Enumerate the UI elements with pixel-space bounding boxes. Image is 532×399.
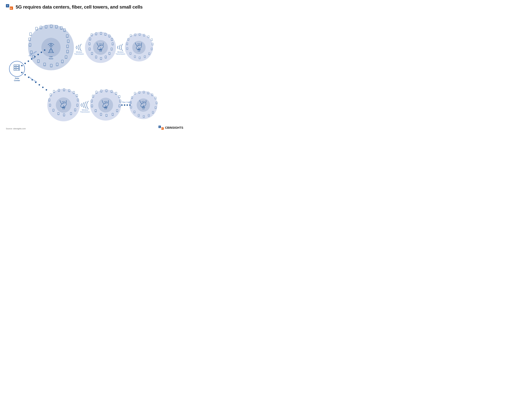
diagram: Cell Tower: [0, 11, 189, 133]
small-cell-label-bot3: Small: [142, 106, 145, 108]
svg-text:B: B: [10, 7, 12, 9]
svg-point-240: [31, 58, 32, 60]
small-cell-label-bot1b: Cell: [62, 108, 65, 109]
svg-point-255: [127, 104, 128, 106]
svg-point-237: [21, 65, 23, 66]
svg-point-231: [19, 67, 19, 68]
fiber-cable-bot-dots: [121, 104, 131, 106]
small-cell-label-bot3b: Cell: [142, 108, 145, 109]
svg-point-243: [41, 51, 42, 53]
svg-point-246: [24, 74, 26, 76]
svg-point-241: [34, 56, 36, 57]
svg-rect-101: [151, 38, 152, 41]
fiber-cable-label-lower: Fiber Cable: [29, 76, 37, 83]
cell-tower-label-2: Tower: [49, 58, 53, 60]
cb-insights-logo: C B CBINSIGHTS: [158, 126, 183, 130]
cell-tower-label: Cell: [50, 56, 52, 58]
svg-point-238: [24, 63, 26, 64]
data-center-label-2: Center: [14, 79, 20, 82]
wireless-top1-icons: [76, 44, 81, 51]
wireless-label-bot1-line2: Transmission: [80, 111, 90, 113]
svg-point-239: [28, 60, 29, 62]
wireless-top2-icons: [117, 44, 123, 51]
cbi-brand-text: CBINSIGHTS: [165, 126, 183, 129]
small-cell-label-top1b: Cell: [99, 50, 102, 52]
small-cell-label-top1: Small: [99, 49, 102, 50]
svg-point-242: [37, 54, 39, 55]
cell-tower-inner-circle: [41, 38, 61, 57]
source-text: Source: cbinsights.com: [6, 127, 26, 130]
small-cell-label-bot2b: Cell: [104, 108, 107, 109]
svg-point-251: [42, 87, 44, 88]
svg-point-229: [19, 65, 19, 66]
cb-logo-icon: C B: [6, 4, 13, 10]
svg-point-250: [38, 84, 40, 86]
svg-text:C: C: [7, 5, 8, 7]
svg-point-256: [129, 104, 131, 106]
header: C B 5G requires data centers, fiber, cel…: [0, 0, 189, 11]
diagram-svg: Cell Tower: [0, 11, 189, 137]
page-title: 5G requires data centers, fiber, cell to…: [16, 4, 143, 10]
svg-point-254: [124, 104, 125, 106]
fiber-cable-label-bot: Fiber Cable: [122, 101, 131, 103]
svg-text:C: C: [159, 126, 160, 128]
small-cell-label-top2b: Cell: [138, 50, 140, 52]
cbi-logo-icon: C B: [158, 126, 164, 130]
wireless-label-bot1-line1: Wireless: [82, 109, 88, 111]
small-cell-label-bot1: Small: [62, 106, 65, 108]
svg-point-233: [19, 69, 19, 70]
wireless-label-top1-line1: Wireless: [76, 51, 82, 53]
svg-point-252: [46, 89, 47, 91]
data-center-label: Data: [15, 77, 19, 79]
svg-point-253: [121, 104, 123, 106]
wireless-label-top2-line1: Wireless: [117, 51, 124, 53]
footer: Source: cbinsights.com C B CBINSIGHTS: [6, 126, 183, 130]
small-cell-label-top2: Small: [137, 49, 141, 50]
wireless-bot1-icons: [81, 101, 88, 109]
data-center-icon: [14, 65, 20, 70]
svg-point-245: [21, 72, 23, 73]
wireless-label-top1-line2: Transmission: [74, 53, 84, 55]
wireless-label-top2-line2: Transmission: [116, 53, 125, 55]
svg-point-244: [44, 49, 45, 51]
small-cell-label-bot2: Small: [104, 106, 108, 108]
svg-text:B: B: [162, 128, 163, 129]
